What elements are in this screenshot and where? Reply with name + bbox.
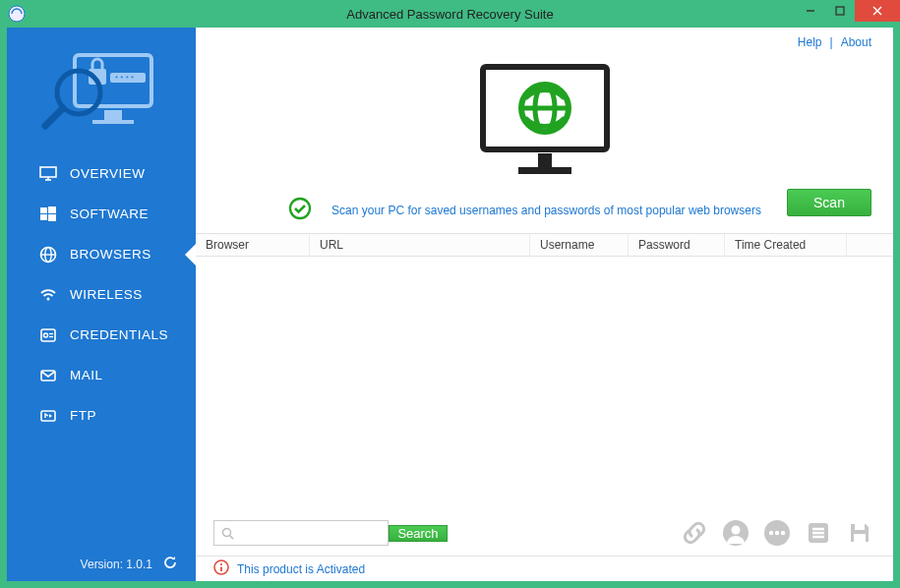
svg-point-36 [290,199,310,218]
svg-rect-50 [854,534,866,542]
info-icon [213,559,229,578]
sidebar-item-overview[interactable]: OVERVIEW [7,153,196,194]
list-icon[interactable] [803,517,834,549]
svg-rect-31 [538,153,552,167]
close-button[interactable] [855,0,900,22]
sidebar-item-label: CREDENTIALS [70,327,168,342]
window-title: Advanced Password Recovery Suite [346,7,553,22]
search-icon [214,521,240,545]
sidebar-item-label: BROWSERS [70,247,151,262]
svg-line-38 [229,535,233,539]
svg-text:* * * *: * * * * [115,74,134,83]
svg-rect-17 [48,206,56,213]
svg-line-12 [45,108,63,126]
svg-rect-2 [836,7,844,15]
mail-icon [38,366,58,385]
sidebar-item-mail[interactable]: MAIL [7,355,196,395]
svg-point-23 [47,297,50,300]
about-link[interactable]: About [841,35,871,49]
status-text: This product is Activated [237,562,365,576]
search-button[interactable]: Search [389,525,448,542]
table-header: Browser URL Username Password Time Creat… [196,233,893,257]
svg-rect-13 [40,167,56,177]
column-url[interactable]: URL [310,234,530,256]
maximize-button[interactable] [825,0,855,22]
check-icon [288,197,312,223]
sidebar-item-label: MAIL [70,368,103,382]
wifi-icon [38,285,58,305]
sidebar-item-label: FTP [70,408,96,423]
table-body [196,257,893,510]
sidebar-item-credentials[interactable]: CREDENTIALS [7,315,196,355]
main-panel: Help | About [196,28,893,581]
svg-point-43 [775,531,779,535]
titlebar: Advanced Password Recovery Suite [0,0,900,28]
globe-icon [38,245,58,265]
column-browser[interactable]: Browser [196,234,310,256]
svg-point-44 [781,531,785,535]
column-spacer [847,234,893,256]
sidebar-item-wireless[interactable]: WIRELESS [7,274,196,315]
svg-rect-49 [855,524,865,530]
svg-point-37 [222,528,230,536]
sidebar-item-label: WIRELESS [70,287,143,302]
scan-button[interactable]: Scan [787,189,871,216]
app-icon [8,5,26,23]
link-icon[interactable] [679,517,710,549]
sidebar-item-software[interactable]: SOFTWARE [7,194,196,234]
sidebar-item-ftp[interactable]: FTP [7,395,196,436]
more-icon[interactable] [761,517,793,549]
help-link[interactable]: Help [798,35,822,49]
credentials-icon [38,325,58,345]
column-username[interactable]: Username [530,234,629,256]
windows-icon [38,205,58,224]
svg-rect-6 [104,110,122,120]
save-icon[interactable] [844,517,875,549]
svg-point-40 [732,526,741,535]
minimize-button[interactable] [796,0,825,22]
sidebar-item-label: OVERVIEW [70,166,146,181]
refresh-icon[interactable] [162,555,178,573]
svg-rect-18 [40,214,47,220]
hero-illustration [196,57,893,191]
svg-rect-16 [40,207,47,213]
ftp-icon [38,406,58,426]
column-time-created[interactable]: Time Created [725,234,847,256]
svg-rect-7 [92,120,134,124]
svg-rect-32 [518,167,571,174]
monitor-icon [38,164,58,184]
scan-message: Scan your PC for saved usernames and pas… [331,204,761,217]
sidebar-item-browsers[interactable]: BROWSERS [7,234,196,274]
sidebar: * * * * OVERVIEW SOFTWARE [7,28,196,581]
app-logo: * * * * [7,28,196,153]
svg-rect-19 [48,214,56,221]
svg-point-52 [220,563,222,565]
user-icon[interactable] [720,517,751,549]
sidebar-item-label: SOFTWARE [70,206,149,221]
svg-point-25 [44,333,48,337]
separator: | [830,35,833,49]
column-password[interactable]: Password [629,234,725,256]
svg-point-42 [769,531,773,535]
version-label: Version: 1.0.1 [81,558,152,571]
search-input[interactable] [240,521,388,545]
